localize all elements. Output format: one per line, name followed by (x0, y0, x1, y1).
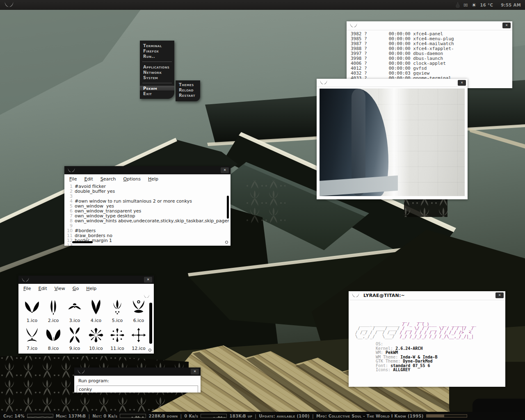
menu-item[interactable]: Edit (84, 176, 93, 182)
file-icon-item[interactable]: 10.ico (85, 326, 107, 351)
vertical-scrollbar[interactable] (227, 196, 229, 219)
terminal-output[interactable]: __ ___ ____ ___________ / /_ / (_)___ __… (349, 300, 505, 387)
mpd-label: Mpd: Collective Soul - The World I Know … (316, 414, 424, 418)
file-glyph-icon (23, 299, 41, 316)
mpd-progress-bar (426, 414, 467, 418)
menu-item[interactable]: Search (100, 176, 116, 182)
file-icon-item[interactable]: 4.ico (85, 299, 107, 323)
editor-line: 2double_buffer yes (65, 189, 231, 194)
menu-item[interactable]: Firefox (140, 48, 174, 54)
menu-item[interactable]: Options (123, 176, 141, 182)
menu-item[interactable]: Applications (140, 64, 174, 70)
pekwm-root-menu: TerminalFirefoxRun.. ApplicationsNetwork… (140, 41, 174, 99)
text-editor-window: ✕ FileEditSearchOptionsHelp 1#avoid flic… (64, 166, 231, 246)
clock-label: 9:55 AM (501, 3, 521, 7)
menu-item[interactable]: View (55, 286, 65, 291)
wallpaper-corner-box (472, 399, 525, 413)
run-input[interactable] (77, 386, 198, 393)
menu-item[interactable]: Themes (176, 82, 200, 87)
menu-item[interactable]: Restart (176, 93, 200, 98)
file-glyph-icon (130, 326, 147, 344)
process-list-window: ✕ 3982 ? 00:00:00 xfce4-panel3985 ? 00:0… (347, 21, 512, 88)
file-glyph-icon (66, 326, 83, 344)
vertical-scrollbar[interactable] (149, 303, 152, 344)
terminal-title: LYRAE@TITAN:~ (363, 293, 405, 298)
menu-item[interactable]: Go (73, 286, 79, 291)
separator: | (312, 414, 314, 418)
close-icon[interactable]: ✕ (495, 292, 504, 298)
temperature-label: 16 °C (480, 3, 493, 7)
menu-item[interactable]: Help (86, 286, 96, 291)
file-icon-item[interactable]: 8.ico (43, 326, 64, 351)
menu-item[interactable]: Terminal (140, 43, 174, 48)
close-icon[interactable]: ✕ (221, 167, 229, 173)
menu-item[interactable]: File (23, 286, 31, 291)
run-dialog-titlebar[interactable]: ✕ (74, 368, 201, 376)
cpu-label: Cpu: 14% (3, 414, 25, 418)
desktop: ✉ ☀ 16 °C 9:55 AM ✕ 3982 ? 00:00:00 xfce… (0, 0, 525, 420)
run-dialog-window: ✕ Run program: (74, 368, 201, 393)
menu-item[interactable]: File (69, 176, 77, 182)
mail-icon[interactable]: ✉ (463, 2, 468, 8)
image-viewer-titlebar[interactable]: ✕ (317, 79, 468, 87)
close-icon[interactable]: ✕ (502, 23, 511, 28)
editor-text-area[interactable]: 1#avoid flicker 2double_buffer yes 3 4#o… (64, 183, 231, 246)
cpu-graph (27, 414, 53, 418)
menu-item[interactable]: Run.. (140, 54, 174, 59)
icon-grid: 1.ico 2.ico 3.ico 4.ico (18, 293, 154, 351)
system-info-row: Icons: ALLGREY (376, 368, 505, 372)
file-icon-item[interactable]: 2.ico (43, 299, 64, 323)
update-label: Update: available (100) (259, 414, 310, 418)
file-manager-titlebar[interactable]: ✕ (18, 276, 154, 284)
close-icon[interactable]: ✕ (144, 277, 152, 283)
file-icon-item[interactable]: 11.ico (107, 326, 128, 351)
file-glyph-icon (109, 299, 126, 316)
window-butterfly-icon (351, 293, 360, 298)
top-panel: ✉ ☀ 16 °C 9:55 AM (0, 0, 525, 10)
net-down-graph (120, 414, 146, 418)
close-icon[interactable]: ✕ (191, 369, 199, 374)
separator: | (89, 414, 90, 418)
menu-item[interactable]: System (140, 75, 174, 80)
net-down-label: 228KiB down (148, 414, 178, 418)
file-glyph-icon (109, 326, 126, 344)
file-icon-item[interactable]: 6.ico (128, 299, 149, 323)
conky-status-bar: Cpu: 14% Mem: 137MiB | Net: 0 Kb/s 228Ki… (0, 412, 525, 420)
process-window-titlebar[interactable]: ✕ (347, 21, 512, 30)
architecture-photo (320, 89, 465, 196)
file-icon-item[interactable]: 12.ico (128, 326, 149, 351)
menu-separator (142, 62, 172, 62)
window-butterfly-icon (67, 168, 76, 173)
menu-item[interactable]: Reload (176, 87, 200, 93)
window-butterfly-icon (77, 369, 86, 374)
file-icon-item[interactable]: 5.ico (107, 299, 128, 323)
window-butterfly-icon (319, 80, 328, 85)
pekwm-submenu: ThemesReloadRestart (176, 80, 200, 101)
file-icon-item[interactable]: 3.ico (64, 299, 85, 323)
menu-item[interactable]: Help (148, 176, 158, 182)
file-glyph-icon (45, 299, 62, 316)
editor-titlebar[interactable]: ✕ (64, 166, 231, 174)
file-glyph-icon (45, 326, 62, 344)
terminal-window: LYRAE@TITAN:~ ✕ __ ___ ____ ___________ … (349, 291, 505, 387)
sun-weather-icon: ☀ (472, 2, 477, 8)
menu-item[interactable]: Edit (38, 286, 47, 291)
window-butterfly-icon (21, 277, 30, 283)
terminal-titlebar[interactable]: LYRAE@TITAN:~ ✕ (349, 291, 505, 300)
close-icon[interactable]: ✕ (458, 80, 466, 86)
resize-grip[interactable] (148, 349, 151, 352)
resize-grip[interactable] (225, 241, 228, 244)
file-icon-item[interactable]: 7.ico (21, 326, 43, 351)
file-icon-item[interactable]: 1.ico (21, 299, 43, 323)
menu-item-pekwm[interactable]: Pekwm (140, 86, 174, 91)
toolbar-butterfly-icon[interactable] (144, 294, 150, 299)
water-drop-icon (456, 2, 460, 8)
pekwm-logo-icon (4, 2, 14, 8)
file-icon-item[interactable]: 9.ico (64, 326, 85, 351)
image-viewer-window: ✕ (317, 79, 468, 199)
menu-item-exit[interactable]: Exit (140, 91, 174, 96)
net-up-rate-label: 0 Kb/s (184, 414, 198, 418)
horizontal-scrollbar[interactable] (72, 241, 93, 243)
net-label: Net: 0 Kb/s (92, 414, 117, 418)
menu-item[interactable]: Network (140, 70, 174, 75)
